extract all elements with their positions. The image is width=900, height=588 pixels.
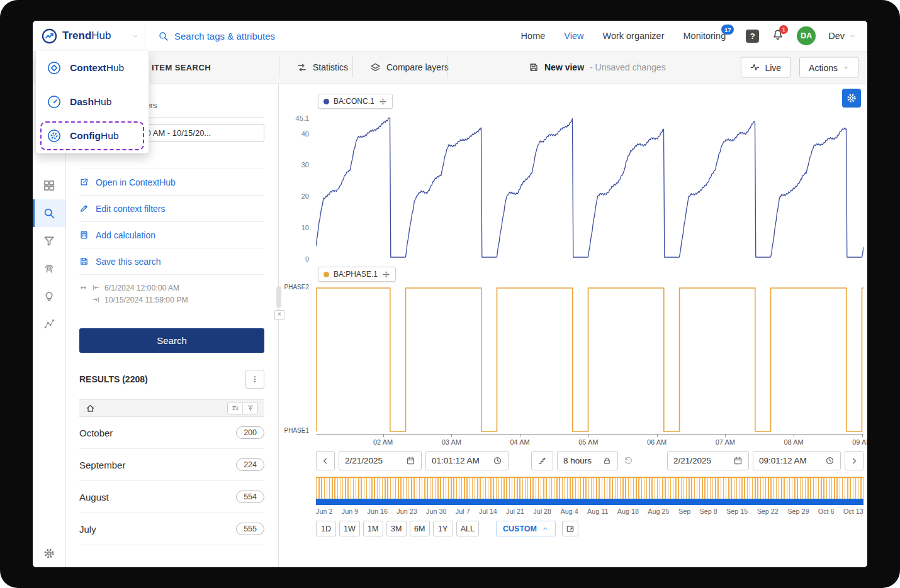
app-window: TrendHub Search tags & attributes HomeVi… <box>33 21 867 567</box>
results-title: RESULTS (2208) <box>79 374 148 384</box>
zoom-1d[interactable]: 1D <box>316 521 336 536</box>
duration-input[interactable]: 8 hours <box>557 451 618 470</box>
home-icon[interactable] <box>86 404 95 413</box>
sidebar-item-filters[interactable] <box>33 227 65 255</box>
pan-left-button[interactable] <box>316 451 335 470</box>
pan-right-button[interactable] <box>845 451 863 470</box>
conc-chart-svg[interactable] <box>316 115 863 260</box>
history-button[interactable] <box>622 455 635 466</box>
custom-label: CUSTOM <box>503 524 537 533</box>
collapse-icon <box>247 404 254 412</box>
app-menu-item-contexthub[interactable]: ContextHub <box>36 51 149 85</box>
start-time-input[interactable]: 01:01:12 AM <box>425 451 509 470</box>
time-axis-label: 06 AM <box>647 438 667 446</box>
time-axis-label: 02 AM <box>373 438 393 446</box>
nav-home[interactable]: Home <box>521 31 546 41</box>
live-button[interactable]: Live <box>741 57 790 78</box>
expand-overview-button[interactable] <box>562 521 578 536</box>
results-row[interactable]: July555 <box>79 513 264 545</box>
series-legend-phase[interactable]: BA:PHASE.1 <box>318 267 396 282</box>
apps-menu-trigger[interactable]: TrendHub <box>33 21 145 51</box>
timeline-label: Aug 25 <box>648 508 669 515</box>
gear-icon <box>846 92 857 104</box>
zoom-6m[interactable]: 6M <box>410 521 430 536</box>
actions-button[interactable]: Actions <box>799 57 858 78</box>
search-button[interactable]: Search <box>79 328 264 353</box>
phase-chart-svg[interactable] <box>316 283 863 434</box>
panel-link-label: Edit context filters <box>96 204 166 214</box>
panel-link-edit-context-filters[interactable]: Edit context filters <box>79 196 264 222</box>
sidebar-settings[interactable] <box>33 547 65 560</box>
save-view-icon[interactable] <box>529 62 539 72</box>
series-color-dot <box>323 99 329 104</box>
zoom-all[interactable]: ALL <box>456 521 479 536</box>
panel-link-save-this-search[interactable]: Save this search <box>79 248 264 275</box>
statistics-button[interactable]: Statistics <box>288 51 357 84</box>
overview-density-stripes[interactable] <box>316 477 863 499</box>
sidebar-item-scatter[interactable] <box>33 310 65 338</box>
view-name: New view <box>544 62 584 72</box>
results-row[interactable]: August554 <box>79 481 264 513</box>
results-menu-button[interactable] <box>245 370 264 389</box>
panel-link-add-calculation[interactable]: Add calculation <box>79 222 264 248</box>
user-menu[interactable]: Dev <box>828 31 856 41</box>
chart-area: BA:CONC.1 45.1403020100 BA:PHASE.1 PHASE… <box>279 84 867 567</box>
brand-name: TrendHub <box>62 30 111 42</box>
zoom-1m[interactable]: 1M <box>363 521 383 536</box>
time-range-end-row: 10/15/2024 11:59:00 PM <box>79 294 264 306</box>
end-time-input[interactable]: 09:01:12 AM <box>753 451 841 470</box>
panel-collapse-button[interactable]: × <box>274 310 284 320</box>
compare-layers-button[interactable]: Compare layers <box>361 51 458 84</box>
toolbar-divider <box>279 57 279 78</box>
panel-link-open-in-contexthub[interactable]: Open in ContextHub <box>79 169 264 196</box>
monitoring-count-badge: 17 <box>721 25 734 35</box>
collapse-button[interactable] <box>242 402 257 414</box>
sidebar-item-recommendations[interactable] <box>33 282 65 310</box>
end-date-input[interactable]: 2/21/2025 <box>667 451 749 470</box>
zoom-1y[interactable]: 1Y <box>433 521 453 536</box>
help-button[interactable]: ? <box>746 30 759 43</box>
app-menu-item-dashhub[interactable]: DashHub <box>36 85 149 119</box>
app-menu-item-confighub[interactable]: ConfigHub <box>36 119 149 153</box>
notifications-button[interactable]: 1 <box>772 28 784 44</box>
actions-label: Actions <box>809 62 838 72</box>
chart-settings-button[interactable] <box>842 89 861 108</box>
timeline-label: Jun 2 <box>316 508 332 515</box>
nav-monitoring[interactable]: Monitoring17 <box>683 31 726 41</box>
series-legend-conc[interactable]: BA:CONC.1 <box>318 94 393 109</box>
results-list: October200September224August554July555 <box>79 417 264 545</box>
result-label: August <box>79 492 109 502</box>
sidebar-item-dashboards[interactable] <box>33 172 65 199</box>
conc-y-tick-label: 0 <box>305 255 309 263</box>
results-row[interactable]: September224 <box>79 449 264 481</box>
toolbar-right: Live Actions <box>741 57 858 78</box>
sort-button[interactable] <box>228 402 242 414</box>
overview-selection-bar[interactable] <box>316 499 863 505</box>
conc-y-tick-label: 30 <box>301 161 309 169</box>
series-name: BA:CONC.1 <box>334 97 374 106</box>
zoom-3m[interactable]: 3M <box>386 521 407 536</box>
panel-resize-handle[interactable] <box>276 286 281 308</box>
time-axis-label: 03 AM <box>442 438 461 446</box>
app-menu-item-label: DashHub <box>70 96 111 108</box>
timeline-label: Jul 28 <box>533 508 551 515</box>
sidebar-item-search[interactable] <box>33 199 65 227</box>
app-switcher-menu: ContextHubDashHubConfigHub <box>35 51 149 153</box>
filters-label: Filters <box>135 101 264 111</box>
custom-range-button[interactable]: CUSTOM <box>496 521 556 536</box>
sidebar-item-fingerprints[interactable] <box>33 255 65 282</box>
move-icon[interactable] <box>379 97 387 106</box>
nav-work-organizer[interactable]: Work organizer <box>602 31 664 41</box>
timeline-label: Sep 22 <box>757 508 779 515</box>
interpolation-button[interactable] <box>531 451 553 470</box>
nav-view[interactable]: View <box>564 31 583 41</box>
zoom-1w[interactable]: 1W <box>339 521 360 536</box>
start-date-input[interactable]: 2/21/2025 <box>339 451 422 470</box>
avatar[interactable]: DA <box>797 26 816 45</box>
chevron-down-icon <box>843 64 849 70</box>
move-icon[interactable] <box>382 270 390 279</box>
item-search-panel: Filters 6/1/2024 12:00:00 AM - 10/15/20.… <box>65 84 279 567</box>
global-search-input[interactable]: Search tags & attributes <box>158 31 275 42</box>
results-row[interactable]: October200 <box>79 417 264 449</box>
statistics-label: Statistics <box>313 62 348 72</box>
